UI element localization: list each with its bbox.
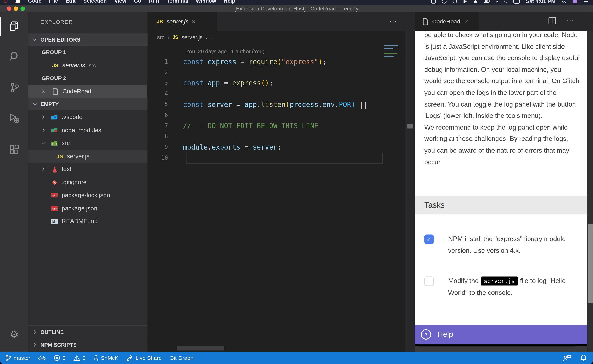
breadcrumb-item[interactable]: server.js (181, 34, 203, 40)
cursor-icon[interactable] (463, 0, 467, 4)
open-editors-header[interactable]: OPEN EDITORS (28, 33, 148, 46)
tree-item-label: package-lock.json (61, 192, 110, 199)
menu-item-edit[interactable]: Edit (66, 0, 76, 4)
window-title-bar[interactable]: [Extension Development Host] - CodeRoad … (0, 5, 593, 13)
extensions-icon[interactable] (0, 140, 28, 160)
tree-item-package-json[interactable]: npmpackage.json (28, 202, 148, 215)
split-editor-icon[interactable] (548, 17, 556, 25)
code-line[interactable]: 1const express = require("express"); (147, 56, 406, 67)
notifications-bell-icon[interactable] (580, 354, 587, 362)
sync-icon[interactable] (452, 0, 457, 4)
tab-server-js[interactable]: JS server.js × (147, 12, 217, 31)
code-line[interactable]: 9module.exports = server; (147, 142, 406, 152)
code-line[interactable]: 8 (147, 131, 406, 142)
menu-item-terminal[interactable]: Terminal (167, 0, 188, 4)
display-icon[interactable] (513, 0, 520, 4)
line-number: 10 (147, 155, 171, 161)
source-control-icon[interactable] (0, 78, 28, 98)
status-0[interactable]: 0 (54, 355, 66, 361)
code-line[interactable]: 2 (147, 67, 406, 78)
spotlight-search-icon[interactable] (561, 0, 567, 4)
menu-item-file[interactable]: File (49, 0, 58, 4)
menu-item-view[interactable]: View (114, 0, 126, 4)
sidebar-section-outline[interactable]: OUTLINE (28, 325, 148, 338)
sidebar-section-npm-scripts[interactable]: NPM SCRIPTS (28, 338, 148, 351)
horizontal-scrollbar[interactable] (177, 346, 224, 351)
run-debug-icon[interactable] (0, 108, 28, 128)
warning-icon (73, 355, 80, 361)
tree-item-label: test (61, 166, 71, 173)
menu-item-window[interactable]: Window (196, 0, 216, 4)
menu-item-code[interactable]: Code (28, 0, 41, 4)
open-editor-item[interactable]: JSserver.jssrc (28, 59, 148, 72)
scrollbar-handle[interactable] (407, 124, 413, 128)
status-git-graph[interactable]: Git Graph (170, 355, 193, 361)
tab-coderoad[interactable]: CodeRoad × (415, 12, 479, 31)
status-live-share[interactable]: Live Share (127, 355, 162, 361)
menu-item-go[interactable]: Go (134, 0, 141, 4)
lesson-bar[interactable]: 1. Meet the Node Console 1 of 2 tasks (415, 344, 587, 346)
open-editor-item[interactable]: ×CodeRoad (28, 85, 148, 98)
close-tab-icon[interactable]: × (464, 18, 468, 26)
checkbox-unchecked-icon[interactable] (424, 276, 434, 286)
close-editor-icon[interactable]: × (42, 87, 51, 95)
inline-code-chip: server.js (480, 276, 518, 286)
tree-item-src[interactable]: src (28, 137, 148, 150)
menu-clock[interactable]: Sat 4:01 PM (526, 0, 555, 4)
shield-icon[interactable] (442, 0, 446, 4)
battery-icon[interactable] (484, 0, 490, 4)
explorer-sidebar: EXPLORER OPEN EDITORS GROUP 1JSserver.js… (28, 12, 148, 352)
checkbox-checked-icon[interactable]: ✓ (424, 235, 434, 244)
code-line[interactable]: 4 (147, 88, 406, 99)
apple-menu-icon[interactable] (16, 0, 20, 4)
git-icon (50, 179, 59, 185)
help-bar[interactable]: ? Help (415, 325, 587, 344)
close-tab-icon[interactable]: × (192, 18, 196, 26)
tree-item-server-js[interactable]: JSserver.js (28, 150, 148, 163)
window-icon[interactable] (431, 0, 436, 4)
line-number: 4 (147, 90, 171, 97)
tree-item--vscode[interactable]: .vscode (28, 111, 148, 124)
open-editors-group: GROUP 2 (28, 72, 148, 85)
code-editor[interactable]: 1const express = require("express");23co… (147, 56, 406, 163)
tree-item-node-modules[interactable]: node_modules (28, 124, 148, 137)
editor-panel-sash[interactable] (406, 12, 415, 352)
breadcrumb-item[interactable]: … (211, 34, 216, 40)
markdown-icon: M↓ (50, 219, 59, 224)
scrollbar-thumb[interactable] (588, 224, 593, 303)
code-line[interactable]: 10 (147, 152, 406, 163)
menu-item-help[interactable]: Help (224, 0, 235, 4)
line-number: 7 (147, 122, 171, 129)
live-share-contacts-icon[interactable] (563, 355, 571, 361)
settings-gear-icon[interactable]: ⚙ (0, 325, 28, 344)
code-line[interactable]: 3const app = express(); (147, 78, 406, 88)
breadcrumb[interactable]: src›JSserver.js›… (157, 34, 216, 40)
chevron-down-icon (32, 37, 38, 42)
tree-item--gitignore[interactable]: .gitignore (28, 176, 148, 189)
triangle-icon[interactable] (473, 0, 478, 4)
minimap[interactable] (383, 45, 402, 59)
tree-item-test[interactable]: test (28, 163, 148, 176)
code-line[interactable]: 6 (147, 110, 406, 121)
status-0[interactable]: 0 (73, 355, 86, 361)
editor-more-actions-button[interactable]: ··· (390, 17, 397, 25)
tree-item-package-lock-json[interactable]: npmpackage-lock.json (28, 189, 148, 202)
tree-item-README-md[interactable]: M↓README.md (28, 215, 148, 228)
siri-icon[interactable] (572, 0, 578, 4)
code-line[interactable]: 5const server = app.listen(process.env.P… (147, 99, 406, 110)
more-actions-icon[interactable]: ··· (566, 17, 574, 25)
menu-item-run[interactable]: Run (149, 0, 159, 4)
status-cloud[interactable] (38, 355, 46, 361)
breadcrumb-item[interactable]: src (157, 34, 165, 40)
folder-root-header[interactable]: EMPTY (28, 98, 148, 110)
search-icon[interactable] (0, 47, 28, 67)
code-line[interactable]: 7// -- DO NOT EDIT BELOW THIS LINE (147, 121, 406, 131)
js-icon: JS (51, 62, 59, 68)
status-shmck[interactable]: ShMcK (94, 355, 119, 361)
status-master[interactable]: master (5, 355, 30, 361)
menu-item-selection[interactable]: Selection (83, 0, 107, 4)
code-brackets-icon[interactable]: ⟨⟩ (504, 0, 507, 4)
explorer-icon[interactable] (0, 17, 28, 36)
panel-scrollbar[interactable] (587, 31, 593, 352)
notification-center-icon[interactable] (583, 0, 588, 4)
